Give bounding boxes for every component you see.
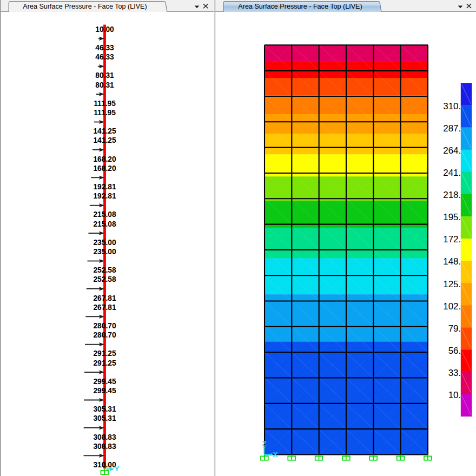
svg-text:192.81: 192.81 <box>93 192 116 200</box>
svg-text:235.00: 235.00 <box>93 248 116 256</box>
svg-text:Area Surface Pressure - Face T: Area Surface Pressure - Face Top (LIVE) <box>23 3 147 10</box>
svg-text:111.95: 111.95 <box>94 100 116 108</box>
svg-text:Y: Y <box>115 465 120 473</box>
svg-text:10.00: 10.00 <box>95 25 114 34</box>
svg-text:218.: 218. <box>443 190 461 200</box>
svg-text:168.20: 168.20 <box>93 155 116 163</box>
svg-text:215.08: 215.08 <box>93 220 116 228</box>
svg-text:125.: 125. <box>443 279 461 289</box>
svg-text:308.83: 308.83 <box>93 442 116 451</box>
svg-text:141.25: 141.25 <box>93 127 116 135</box>
svg-text:299.45: 299.45 <box>93 378 116 386</box>
svg-text:192.81: 192.81 <box>93 183 116 191</box>
svg-text:46.33: 46.33 <box>95 53 114 61</box>
svg-text:141.25: 141.25 <box>93 136 116 144</box>
svg-text:Area Surface Pressure - Face T: Area Surface Pressure - Face Top (LIVE) <box>238 3 362 10</box>
svg-text:195.: 195. <box>443 212 461 222</box>
svg-text:33.: 33. <box>448 368 461 378</box>
svg-text:310.: 310. <box>443 101 461 111</box>
svg-text:X: X <box>273 451 278 459</box>
svg-text:56.: 56. <box>448 346 461 356</box>
svg-text:291.25: 291.25 <box>93 349 116 358</box>
svg-text:267.81: 267.81 <box>93 303 116 312</box>
svg-text:79.: 79. <box>448 323 461 334</box>
svg-text:80.31: 80.31 <box>95 71 114 80</box>
svg-text:280.70: 280.70 <box>93 322 116 330</box>
svg-text:111.95: 111.95 <box>94 109 116 117</box>
svg-text:235.00: 235.00 <box>93 239 116 247</box>
svg-text:267.81: 267.81 <box>93 294 116 302</box>
svg-text:168.20: 168.20 <box>93 164 116 173</box>
svg-text:80.31: 80.31 <box>95 81 114 89</box>
svg-text:148.: 148. <box>443 256 461 267</box>
svg-text:287.: 287. <box>443 123 461 134</box>
svg-text:299.45: 299.45 <box>93 387 116 395</box>
svg-text:291.25: 291.25 <box>93 359 116 367</box>
svg-text:264.: 264. <box>443 146 461 156</box>
svg-text:305.31: 305.31 <box>93 405 116 413</box>
svg-text:172.: 172. <box>443 234 461 244</box>
svg-text:46.33: 46.33 <box>95 44 114 52</box>
svg-text:280.70: 280.70 <box>93 331 116 339</box>
svg-text:215.08: 215.08 <box>93 210 116 219</box>
svg-text:241.: 241. <box>443 168 461 178</box>
svg-text:310.00: 310.00 <box>93 461 116 469</box>
svg-text:10.: 10. <box>448 390 461 400</box>
svg-text:305.31: 305.31 <box>93 414 116 422</box>
svg-text:308.83: 308.83 <box>93 433 116 441</box>
svg-text:252.58: 252.58 <box>93 275 116 283</box>
svg-text:102.: 102. <box>443 301 461 312</box>
svg-text:252.58: 252.58 <box>93 266 116 274</box>
